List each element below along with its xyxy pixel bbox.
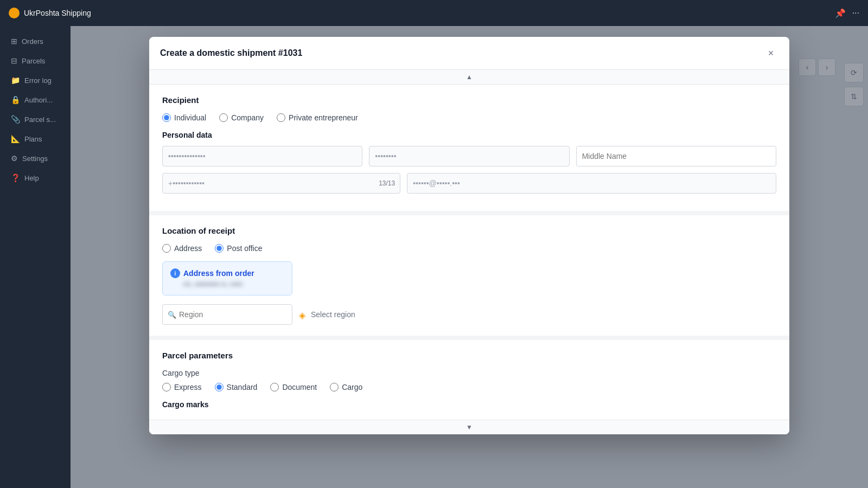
cargo-type-group: Express Standard Document (162, 383, 776, 391)
express-label: Express (174, 383, 202, 391)
standard-label: Standard (227, 383, 258, 391)
pin-icon[interactable]: 📌 (835, 8, 846, 18)
middle-name-input[interactable] (576, 146, 776, 166)
address-label: Address (174, 244, 202, 253)
sidebar-item-help-label: Help (24, 174, 39, 182)
modal-overlay[interactable]: Create a domestic shipment #1031 × ▲ Re (71, 26, 868, 488)
phone-counter: 13/13 (379, 179, 395, 187)
chevron-down-icon: ▼ (466, 423, 473, 431)
private-entrepreneur-label: Private entrepreneur (289, 113, 358, 122)
close-icon: × (768, 48, 774, 59)
app-logo (9, 8, 20, 18)
sidebar-item-parcels-label: Parcels (22, 57, 45, 65)
scroll-indicator-top[interactable]: ▲ (149, 70, 789, 85)
sidebar-item-authorization[interactable]: 🔒 Authori... (2, 91, 68, 108)
company-radio[interactable] (219, 113, 228, 122)
private-entrepreneur-radio-label[interactable]: Private entrepreneur (277, 113, 358, 122)
parcel-parameters-title: Parcel parameters (162, 351, 776, 360)
orders-icon: ⊞ (11, 37, 17, 46)
phone-input[interactable] (162, 173, 400, 194)
sidebar-item-error-log-label: Error log (24, 76, 52, 85)
info-icon: i (170, 268, 180, 278)
plans-icon: 📐 (11, 134, 20, 143)
diamond-icon (299, 310, 308, 319)
address-from-order-card: i Address from order •••, •••••••••• ••,… (162, 261, 292, 296)
app-shell: UkrPoshta Shipping 📌 ··· ⊞ Orders ⊟ Parc… (0, 0, 868, 488)
phone-field-wrapper: 13/13 (162, 173, 400, 194)
sidebar-item-parcel-s[interactable]: 📎 Parcel s... (2, 111, 68, 128)
parcel-s-icon: 📎 (11, 115, 20, 124)
auth-icon: 🔒 (11, 95, 20, 104)
location-type-group: Address Post office (162, 244, 776, 253)
individual-radio[interactable] (162, 113, 171, 122)
sidebar-item-parcels[interactable]: ⊟ Parcels (2, 52, 68, 69)
sidebar-item-settings-label: Settings (22, 155, 48, 163)
sidebar-item-plans-label: Plans (24, 135, 42, 143)
document-radio[interactable] (270, 383, 279, 391)
top-bar-actions: 📌 ··· (835, 8, 859, 18)
address-radio-label[interactable]: Address (162, 244, 202, 253)
cargo-type-label: Cargo type (162, 369, 776, 377)
select-region-label: Select region (311, 310, 355, 319)
standard-radio[interactable] (215, 383, 224, 391)
modal-title: Create a domestic shipment #1031 (160, 48, 302, 58)
region-search-input[interactable] (162, 304, 292, 325)
first-name-input[interactable] (162, 146, 362, 166)
sidebar-item-orders[interactable]: ⊞ Orders (2, 33, 68, 50)
cargo-radio-label[interactable]: Cargo (330, 383, 362, 391)
region-search-wrapper: 🔍 (162, 304, 292, 325)
post-office-radio[interactable] (215, 244, 224, 253)
document-radio-label[interactable]: Document (270, 383, 317, 391)
sidebar-item-plans[interactable]: 📐 Plans (2, 130, 68, 147)
parcel-parameters-section: Parcel parameters Cargo type Express (149, 340, 789, 420)
recipient-section-title: Recipient (162, 95, 776, 105)
sidebar-item-error-log[interactable]: 📁 Error log (2, 72, 68, 89)
top-bar: UkrPoshta Shipping 📌 ··· (0, 0, 868, 26)
sidebar: ⊞ Orders ⊟ Parcels 📁 Error log 🔒 Authori… (0, 26, 71, 488)
express-radio-label[interactable]: Express (162, 383, 202, 391)
post-office-radio-label[interactable]: Post office (215, 244, 262, 253)
help-icon: ❓ (11, 174, 20, 182)
error-log-icon: 📁 (11, 76, 20, 85)
app-title: UkrPoshta Shipping (24, 9, 91, 17)
address-card-title: Address from order (183, 269, 254, 278)
content-area: ⊞ Orders ⊟ Parcels 📁 Error log 🔒 Authori… (0, 26, 868, 488)
company-label: Company (231, 113, 264, 122)
location-section: Location of receipt Address Post office (149, 215, 789, 340)
document-label: Document (282, 383, 317, 391)
personal-data-title: Personal data (162, 131, 776, 139)
address-blurred-value: •••, •••••••••• ••, ••••• (183, 280, 242, 288)
private-entrepreneur-radio[interactable] (277, 113, 285, 122)
sidebar-item-parcel-s-label: Parcel s... (24, 115, 56, 124)
scroll-indicator-bottom[interactable]: ▼ (149, 420, 789, 434)
individual-label: Individual (174, 113, 206, 122)
more-icon[interactable]: ··· (852, 8, 859, 18)
post-office-label: Post office (227, 244, 262, 253)
email-input[interactable] (407, 173, 776, 194)
cargo-radio[interactable] (330, 383, 339, 391)
modal-body[interactable]: Recipient Individual Company (149, 85, 789, 420)
individual-radio-label[interactable]: Individual (162, 113, 206, 122)
sidebar-item-auth-label: Authori... (24, 96, 53, 104)
modal-close-button[interactable]: × (763, 46, 778, 61)
sidebar-item-settings[interactable]: ⚙ Settings (2, 150, 68, 167)
recipient-section: Recipient Individual Company (149, 85, 789, 215)
standard-radio-label[interactable]: Standard (215, 383, 258, 391)
region-row: 🔍 Select region (162, 304, 776, 325)
express-radio[interactable] (162, 383, 171, 391)
cargo-marks-label: Cargo marks (162, 400, 776, 409)
company-radio-label[interactable]: Company (219, 113, 264, 122)
location-section-title: Location of receipt (162, 226, 776, 235)
address-card-value: •••, •••••••••• ••, ••••• (170, 280, 284, 288)
sidebar-item-help[interactable]: ❓ Help (2, 169, 68, 187)
modal-header: Create a domestic shipment #1031 × (149, 37, 789, 70)
settings-icon: ⚙ (11, 154, 18, 163)
last-name-input[interactable] (369, 146, 569, 166)
cargo-label: Cargo (342, 383, 362, 391)
address-card-header: i Address from order (170, 268, 284, 278)
chevron-up-icon: ▲ (466, 73, 473, 81)
main-content: ⟳ ⇅ ‹ › Create a domestic shipment #1031… (71, 26, 868, 488)
select-region-button[interactable]: Select region (299, 310, 355, 319)
address-radio[interactable] (162, 244, 171, 253)
sidebar-item-orders-label: Orders (22, 37, 43, 46)
